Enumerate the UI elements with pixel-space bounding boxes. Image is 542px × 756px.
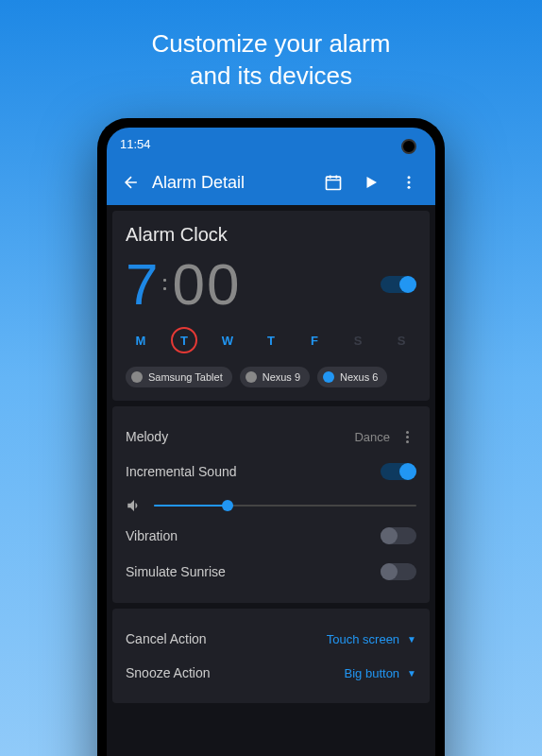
cancel-action-value: Touch screen (327, 632, 399, 646)
time-row: 7 00 (126, 255, 416, 314)
days-row: MTWTFSS (126, 327, 416, 353)
calendar-button[interactable] (314, 173, 352, 192)
device-chip[interactable]: Samsung Tablet (126, 367, 232, 387)
chevron-down-icon: ▼ (407, 668, 416, 679)
sunrise-toggle[interactable] (381, 563, 416, 580)
melody-value-wrap: Dance (354, 430, 416, 444)
vibration-label: Vibration (126, 528, 178, 543)
device-status-dot (323, 371, 334, 383)
device-status-dot (131, 371, 143, 383)
snooze-action-value: Big button (345, 666, 400, 680)
time-minute: 00 (172, 255, 241, 314)
phone-screen: 11:54 Alarm Detail Alarm Clock 7 (107, 128, 435, 756)
svg-point-2 (408, 181, 411, 184)
day-toggle[interactable]: W (214, 327, 241, 353)
status-bar: 11:54 (107, 128, 435, 160)
page-title: Alarm Detail (148, 173, 314, 193)
device-status-dot (246, 371, 257, 383)
vibration-row: Vibration (126, 518, 416, 554)
svg-rect-0 (327, 177, 341, 189)
device-chip[interactable]: Nexus 6 (317, 367, 387, 387)
actions-card: Cancel Action Touch screen ▼ Snooze Acti… (112, 609, 430, 703)
time-separator (163, 279, 166, 290)
devices-row: Samsung TabletNexus 9Nexus 6 (126, 367, 416, 387)
snooze-action-label: Snooze Action (126, 665, 211, 680)
device-chip[interactable]: Nexus 9 (240, 367, 310, 387)
alarm-card: Alarm Clock 7 00 MTWTFSS Samsung TabletN… (112, 211, 430, 401)
chevron-down-icon: ▼ (407, 634, 416, 644)
volume-slider[interactable] (154, 505, 416, 507)
day-toggle[interactable]: F (301, 327, 328, 353)
day-toggle[interactable]: M (127, 327, 154, 353)
more-vertical-icon (400, 174, 417, 191)
sunrise-label: Simulate Sunrise (126, 564, 226, 579)
promo-line1: Customize your alarm (152, 29, 391, 58)
day-toggle[interactable]: S (388, 327, 415, 353)
time-display[interactable]: 7 00 (126, 255, 241, 314)
melody-more-button[interactable] (398, 431, 416, 443)
alarm-title: Alarm Clock (126, 224, 416, 246)
calendar-icon (324, 173, 343, 192)
arrow-left-icon (122, 173, 141, 192)
promo-heading: Customize your alarm and its devices (0, 0, 542, 112)
melody-label: Melody (126, 429, 168, 444)
snooze-action-value-wrap: Big button ▼ (345, 666, 416, 680)
melody-row[interactable]: Melody Dance (126, 420, 416, 454)
play-button[interactable] (352, 174, 390, 191)
cancel-action-label: Cancel Action (126, 631, 207, 646)
volume-icon (126, 497, 143, 514)
volume-slider-thumb (222, 500, 233, 511)
cancel-action-value-wrap: Touch screen ▼ (327, 632, 416, 646)
volume-slider-row (126, 490, 416, 518)
promo-line2: and its devices (190, 61, 352, 90)
play-icon (363, 174, 380, 191)
day-toggle[interactable]: T (258, 327, 284, 353)
time-hour: 7 (126, 255, 158, 314)
sunrise-row: Simulate Sunrise (126, 554, 416, 590)
device-chip-label: Nexus 6 (340, 371, 378, 383)
snooze-action-row[interactable]: Snooze Action Big button ▼ (126, 656, 416, 690)
device-chip-label: Nexus 9 (263, 371, 300, 383)
app-bar: Alarm Detail (107, 160, 435, 205)
svg-point-1 (408, 176, 411, 179)
camera-cutout (401, 139, 416, 154)
phone-frame: 11:54 Alarm Detail Alarm Clock 7 (97, 118, 445, 756)
status-time: 11:54 (120, 137, 151, 151)
back-button[interactable] (114, 173, 148, 192)
sound-card: Melody Dance Incremental Sound (112, 406, 430, 603)
incremental-row: Incremental Sound (126, 454, 416, 490)
cancel-action-row[interactable]: Cancel Action Touch screen ▼ (126, 622, 416, 656)
volume-slider-fill (154, 505, 228, 507)
incremental-toggle[interactable] (381, 463, 416, 480)
overflow-menu-button[interactable] (390, 174, 428, 191)
vibration-toggle[interactable] (381, 527, 416, 544)
incremental-label: Incremental Sound (126, 464, 237, 479)
day-toggle[interactable]: S (345, 327, 371, 353)
alarm-enable-toggle[interactable] (381, 276, 416, 293)
day-toggle[interactable]: T (171, 327, 197, 353)
device-chip-label: Samsung Tablet (148, 371, 223, 383)
melody-value: Dance (354, 430, 390, 444)
svg-point-3 (408, 186, 411, 189)
